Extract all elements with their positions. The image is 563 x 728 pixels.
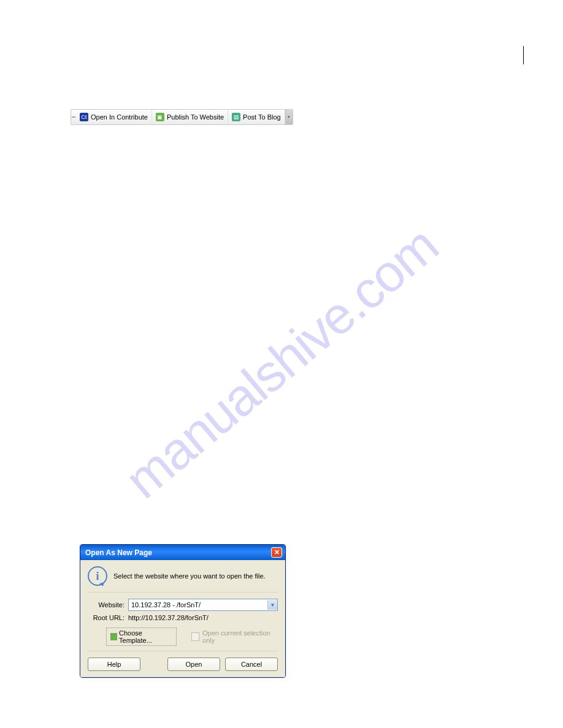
open-in-contribute-button[interactable]: Ct Open In Contribute (76, 110, 152, 124)
template-icon (110, 633, 117, 640)
help-button-label: Help (107, 661, 121, 668)
website-selected-value: 10.192.37.28 - /forSnT/ (131, 601, 201, 609)
toolbar-btn-label: Publish To Website (167, 113, 224, 121)
website-row: Website: 10.192.37.28 - /forSnT/ ▼ (88, 599, 278, 611)
open-button-label: Open (186, 661, 202, 668)
cancel-button[interactable]: Cancel (225, 658, 278, 671)
close-button[interactable]: ✕ (271, 547, 282, 558)
info-icon: i (88, 566, 107, 586)
spacer (145, 658, 163, 671)
chevron-down-icon: ▼ (267, 600, 277, 610)
checkbox-label: Open current selection only (202, 629, 278, 644)
open-as-new-page-dialog: Open As New Page ✕ i Select the website … (80, 544, 286, 678)
text-cursor (523, 46, 524, 64)
contribute-icon: Ct (80, 113, 88, 121)
post-to-blog-button[interactable]: ▤ Post To Blog (228, 110, 285, 124)
help-button[interactable]: Help (88, 658, 140, 671)
info-text: Select the website where you want to ope… (113, 572, 266, 580)
toolbar-overflow[interactable]: ▾ (285, 110, 293, 124)
toolbar-gripper[interactable] (71, 110, 76, 124)
publish-to-website-button[interactable]: ▣ Publish To Website (152, 110, 228, 124)
toolbar-btn-label: Open In Contribute (91, 113, 148, 121)
open-button[interactable]: Open (167, 658, 220, 671)
toolbar-btn-label: Post To Blog (243, 113, 281, 121)
blog-icon: ▤ (232, 113, 240, 121)
watermark: manualshive.com (114, 216, 450, 510)
template-row: Choose Template... Open current selectio… (106, 628, 278, 646)
choose-template-label: Choose Template... (119, 629, 172, 644)
dialog-titlebar[interactable]: Open As New Page ✕ (80, 545, 285, 560)
root-url-row: Root URL: http://10.192.37.28/forSnT/ (88, 614, 278, 621)
dialog-title: Open As New Page (85, 548, 152, 557)
close-icon: ✕ (274, 548, 280, 556)
dialog-body: i Select the website where you want to o… (80, 560, 285, 677)
info-row: i Select the website where you want to o… (88, 566, 278, 593)
publish-icon: ▣ (156, 113, 164, 121)
open-selection-checkbox[interactable] (191, 632, 199, 641)
contribute-toolbar: Ct Open In Contribute ▣ Publish To Websi… (71, 109, 293, 125)
root-url-label: Root URL: (88, 614, 128, 621)
website-select[interactable]: 10.192.37.28 - /forSnT/ ▼ (128, 599, 278, 611)
choose-template-button[interactable]: Choose Template... (106, 628, 177, 646)
cancel-button-label: Cancel (241, 661, 262, 668)
button-bar: Help Open Cancel (88, 651, 278, 671)
root-url-value: http://10.192.37.28/forSnT/ (128, 614, 209, 621)
open-selection-checkbox-row: Open current selection only (191, 629, 278, 644)
website-label: Website: (88, 601, 128, 609)
